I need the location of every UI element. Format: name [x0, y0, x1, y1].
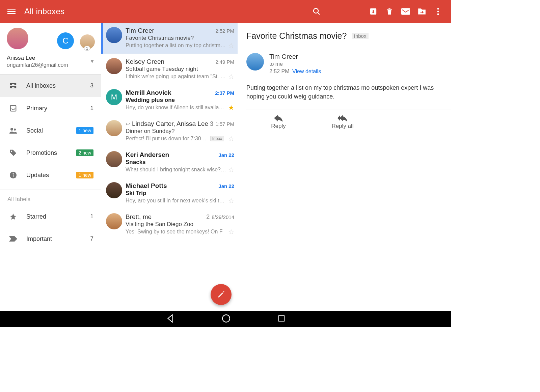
star-button[interactable]: ☆	[228, 135, 234, 143]
svg-rect-19	[13, 174, 14, 177]
reader-time: 2:52 PM	[269, 68, 290, 74]
message-list: Tim Greer2:52 PMFavorite Christmas movie…	[101, 23, 238, 311]
nav-updates[interactable]: Updates 1 new	[0, 164, 101, 186]
labels-header: All labels	[0, 190, 101, 205]
nav-all-inboxes[interactable]: All inboxes 3	[0, 75, 101, 97]
reader-to: to me	[269, 61, 321, 67]
message-time: 2:37 PM	[215, 90, 234, 96]
delete-button[interactable]	[381, 3, 398, 20]
account-switcher[interactable]: Anissa Lee origamifan26@gmail.com ▼	[7, 49, 95, 72]
svg-rect-6	[401, 8, 410, 15]
archive-button[interactable]	[365, 3, 381, 20]
message-snippet: Perfect! I'll put us down for 7:30pm....	[126, 136, 208, 142]
reader-sender-avatar[interactable]	[246, 53, 264, 71]
nav-label: All inboxes	[26, 82, 90, 89]
other-account-avatar-1[interactable]: C	[57, 32, 74, 49]
mail-icon	[401, 8, 410, 15]
message-item[interactable]: Keri AndersenJan 22SnacksWhat should I b…	[101, 147, 238, 178]
android-back-button[interactable]	[166, 314, 174, 324]
page-title: All inboxes	[24, 7, 64, 16]
star-button[interactable]: ☆	[228, 41, 234, 50]
star-button[interactable]: ★	[228, 104, 234, 112]
nav-label: Promotions	[26, 149, 76, 157]
svg-line-4	[318, 12, 320, 15]
back-icon	[166, 314, 174, 323]
nav-primary[interactable]: Primary 1	[0, 97, 101, 119]
sender-avatar[interactable]	[106, 120, 122, 136]
nav-count: 7	[90, 235, 93, 242]
message-item[interactable]: ↩Lindsay Carter, Anissa Lee31:57 PMDinne…	[101, 116, 238, 147]
mark-unread-button[interactable]	[398, 3, 414, 20]
message-item[interactable]: Michael PottsJan 22Ski TripHey, are you …	[101, 178, 238, 209]
archive-icon	[370, 8, 377, 15]
nav-label: Social	[26, 127, 76, 134]
nav-important[interactable]: Important 7	[0, 228, 101, 250]
star-button[interactable]: ☆	[228, 73, 234, 81]
reply-button[interactable]: Reply	[246, 115, 310, 130]
account-badge: 1	[84, 46, 90, 51]
more-vert-icon	[437, 7, 439, 16]
view-details-link[interactable]: View details	[292, 68, 321, 74]
nav-starred[interactable]: Starred 1	[0, 205, 101, 228]
star-icon	[9, 213, 17, 220]
sender-avatar[interactable]: M	[106, 89, 122, 105]
svg-point-16	[14, 129, 16, 131]
star-button[interactable]: ☆	[228, 197, 234, 205]
sender-avatar[interactable]	[106, 27, 122, 43]
sender-avatar[interactable]	[106, 58, 122, 74]
recents-icon	[278, 315, 285, 322]
sidebar: C 1 Anissa Lee origamifan26@gmail.com ▼ …	[0, 23, 101, 311]
message-sender: Tim Greer	[126, 27, 213, 34]
app-bar: All inboxes	[0, 0, 451, 23]
compose-fab[interactable]	[211, 284, 232, 305]
reply-all-button[interactable]: Reply all	[310, 115, 375, 130]
svg-point-17	[11, 151, 12, 152]
search-icon	[313, 7, 321, 16]
svg-point-7	[437, 8, 439, 10]
other-account-avatar-2[interactable]: 1	[80, 34, 95, 49]
message-item[interactable]: MMerrill Anovick2:37 PMWedding plus oneH…	[101, 85, 238, 116]
message-time: 1:57 PM	[215, 121, 234, 127]
search-button[interactable]	[308, 3, 325, 20]
star-button[interactable]: ☆	[228, 228, 234, 236]
home-icon	[222, 314, 231, 323]
android-nav-bar	[0, 311, 451, 327]
svg-point-3	[314, 8, 318, 13]
star-button[interactable]: ☆	[228, 166, 234, 174]
reader-pane: Favorite Christmas movie? Inbox Tim Gree…	[238, 23, 451, 311]
message-time: 2:52 PM	[215, 28, 234, 34]
message-sender: Brett, me	[126, 213, 205, 221]
sender-avatar[interactable]	[106, 182, 122, 198]
overflow-button[interactable]	[430, 3, 446, 20]
account-name: Anissa Lee	[7, 55, 89, 61]
menu-button[interactable]	[5, 5, 18, 18]
android-home-button[interactable]	[222, 314, 231, 324]
svg-rect-12	[12, 84, 14, 85]
message-snippet: Yes! Swing by to see the monkeys! On F	[126, 229, 226, 235]
message-item[interactable]: Tim Greer2:52 PMFavorite Christmas movie…	[101, 23, 238, 54]
android-recents-button[interactable]	[278, 315, 285, 324]
nav-social[interactable]: Social 1 new	[0, 119, 101, 142]
thread-count: 2	[206, 214, 210, 221]
current-account-avatar[interactable]	[7, 28, 28, 49]
message-sender: Kelsey Green	[126, 58, 213, 65]
hamburger-icon	[7, 7, 16, 16]
sender-avatar[interactable]	[106, 213, 122, 229]
nav-label: Updates	[26, 172, 76, 179]
nav-promotions[interactable]: Promotions 2 new	[0, 142, 101, 164]
reader-from: Tim Greer	[269, 53, 321, 60]
move-to-button[interactable]	[414, 3, 430, 20]
message-subject: Snacks	[126, 159, 234, 166]
message-snippet: Putting together a list on my top christ…	[126, 43, 226, 49]
message-sender: Merrill Anovick	[126, 89, 213, 96]
nav-count: 1	[90, 213, 93, 220]
sender-avatar[interactable]	[106, 151, 122, 167]
message-item[interactable]: Kelsey Green2:49 PMSoftball game Tuesday…	[101, 54, 238, 85]
important-icon	[9, 236, 17, 242]
message-sender: Lindsay Carter, Anissa Lee	[132, 120, 209, 128]
reader-label-chip[interactable]: Inbox	[352, 33, 369, 39]
inbox-chip: Inbox	[210, 136, 224, 141]
message-item[interactable]: Brett, me28/29/2014Visiting the San Dieg…	[101, 209, 238, 240]
tag-icon	[9, 149, 17, 157]
svg-rect-22	[279, 316, 285, 321]
